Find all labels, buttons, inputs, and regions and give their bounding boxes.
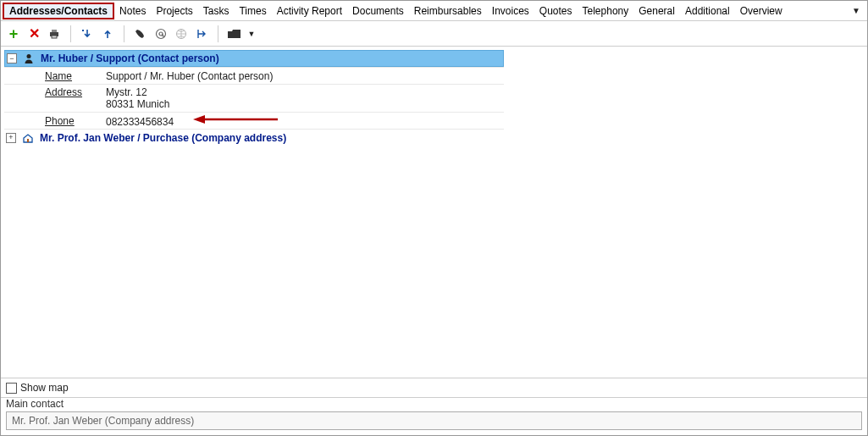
tab-projects[interactable]: Projects xyxy=(151,3,197,19)
detail-row-phone: Phone 082333456834 xyxy=(4,112,504,129)
at-icon xyxy=(155,28,167,40)
arrow-up-icon xyxy=(102,28,113,40)
print-button[interactable] xyxy=(47,26,62,41)
contact-title: Mr. Huber / Support (Contact person) xyxy=(41,52,219,64)
svg-point-4 xyxy=(157,29,166,38)
x-icon: ✕ xyxy=(29,27,40,41)
tab-times[interactable]: Times xyxy=(234,3,271,19)
main-contact-label: Main contact xyxy=(6,398,64,410)
contact-row-header[interactable]: + Mr. Prof. Jan Weber / Purchase (Compan… xyxy=(4,129,504,146)
show-map-row: Show map xyxy=(1,378,867,398)
address-line1: Mystr. 12 xyxy=(106,86,147,98)
address-line2: 80331 Munich xyxy=(106,98,169,110)
person-icon xyxy=(22,52,36,64)
expand-toggle[interactable]: + xyxy=(6,133,16,143)
arrow-down-icon xyxy=(81,28,93,40)
printer-icon xyxy=(47,27,61,41)
contact-title: Mr. Prof. Jan Weber / Purchase (Company … xyxy=(40,132,286,144)
folder-button[interactable] xyxy=(227,26,242,41)
transfer-icon xyxy=(196,28,207,40)
folder-icon xyxy=(227,28,242,40)
content-area: − Mr. Huber / Support (Contact person) N… xyxy=(1,47,867,435)
svg-rect-10 xyxy=(27,139,29,142)
move-button[interactable] xyxy=(194,26,209,41)
web-button[interactable] xyxy=(174,26,189,41)
show-map-label[interactable]: Show map xyxy=(20,382,69,394)
main-contact-field[interactable] xyxy=(6,411,862,430)
tabs-overflow-caret-icon[interactable]: ▼ xyxy=(845,6,867,15)
add-button[interactable]: + xyxy=(6,26,21,41)
tab-quotes[interactable]: Quotes xyxy=(534,3,578,19)
tab-addresses-contacts[interactable]: Addresses/Contacts xyxy=(3,3,114,19)
contact-row-header[interactable]: − Mr. Huber / Support (Contact person) xyxy=(4,50,504,67)
svg-rect-2 xyxy=(52,36,57,38)
detail-row-address: Address Mystr. 12 80331 Munich xyxy=(4,84,504,112)
plus-icon: + xyxy=(9,26,19,41)
name-value: Support / Mr. Huber (Contact person) xyxy=(106,70,504,82)
phone-value: 082333456834 xyxy=(106,113,504,128)
detail-row-name: Name Support / Mr. Huber (Contact person… xyxy=(4,67,504,84)
tab-telephony[interactable]: Telephony xyxy=(578,3,634,19)
globe-icon xyxy=(175,28,187,40)
phone-number: 082333456834 xyxy=(106,116,174,128)
tab-bar: Addresses/Contacts Notes Projects Tasks … xyxy=(1,1,867,21)
annotation-arrow-icon xyxy=(193,113,278,125)
tab-additional[interactable]: Additional xyxy=(680,3,735,19)
contact-details: Name Support / Mr. Huber (Contact person… xyxy=(4,67,504,129)
tab-notes[interactable]: Notes xyxy=(114,3,151,19)
tab-general[interactable]: General xyxy=(633,3,680,19)
phone-icon xyxy=(135,28,147,40)
delete-button[interactable]: ✕ xyxy=(26,26,41,41)
email-button[interactable] xyxy=(153,26,169,41)
contacts-list: − Mr. Huber / Support (Contact person) N… xyxy=(1,47,867,146)
tab-reimbursables[interactable]: Reimbursables xyxy=(409,3,487,19)
address-label[interactable]: Address xyxy=(4,86,106,98)
sort-down-button[interactable] xyxy=(80,26,95,41)
svg-rect-1 xyxy=(52,30,57,32)
tab-documents[interactable]: Documents xyxy=(347,3,409,19)
svg-rect-3 xyxy=(82,30,84,31)
collapse-toggle[interactable]: − xyxy=(7,53,17,63)
toolbar: + ✕ ▼ xyxy=(1,21,867,47)
folder-dropdown-caret-icon[interactable]: ▼ xyxy=(247,26,256,41)
tab-activity-report[interactable]: Activity Report xyxy=(272,3,347,19)
call-button[interactable] xyxy=(133,26,148,41)
phone-label[interactable]: Phone xyxy=(4,115,106,127)
sort-up-button[interactable] xyxy=(100,26,115,41)
svg-point-5 xyxy=(159,32,163,36)
house-icon xyxy=(21,132,35,144)
main-contact-section: Main contact xyxy=(1,398,867,435)
address-value: Mystr. 12 80331 Munich xyxy=(106,86,504,110)
svg-point-7 xyxy=(27,54,31,58)
name-label[interactable]: Name xyxy=(4,70,106,82)
svg-marker-9 xyxy=(193,115,205,124)
tab-tasks[interactable]: Tasks xyxy=(198,3,235,19)
tab-invoices[interactable]: Invoices xyxy=(487,3,534,19)
tab-overview[interactable]: Overview xyxy=(735,3,788,19)
show-map-checkbox[interactable] xyxy=(6,383,17,394)
